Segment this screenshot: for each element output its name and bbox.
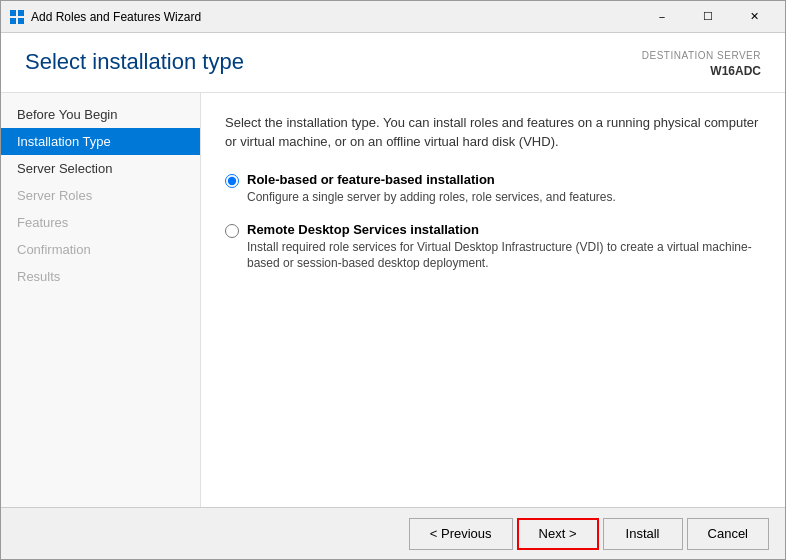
minimize-button[interactable]: − <box>639 1 685 33</box>
wizard-window: Add Roles and Features Wizard − ☐ ✕ Sele… <box>0 0 786 560</box>
destination-label: DESTINATION SERVER <box>642 49 761 63</box>
installation-type-options: Role-based or feature-based installation… <box>225 172 761 272</box>
titlebar: Add Roles and Features Wizard − ☐ ✕ <box>1 1 785 33</box>
option-role-based-text: Role-based or feature-based installation… <box>247 172 616 206</box>
svg-rect-1 <box>18 10 24 16</box>
main-content: Select the installation type. You can in… <box>201 93 785 507</box>
sidebar-item-server-roles: Server Roles <box>1 182 200 209</box>
svg-rect-0 <box>10 10 16 16</box>
maximize-button[interactable]: ☐ <box>685 1 731 33</box>
cancel-button[interactable]: Cancel <box>687 518 769 550</box>
sidebar: Before You Begin Installation Type Serve… <box>1 93 201 507</box>
close-button[interactable]: ✕ <box>731 1 777 33</box>
svg-rect-3 <box>18 18 24 24</box>
destination-name: W16ADC <box>642 63 761 80</box>
option-remote-desktop: Remote Desktop Services installation Ins… <box>225 222 761 273</box>
sidebar-item-server-selection[interactable]: Server Selection <box>1 155 200 182</box>
sidebar-item-results: Results <box>1 263 200 290</box>
sidebar-item-features: Features <box>1 209 200 236</box>
main-description: Select the installation type. You can in… <box>225 113 761 152</box>
destination-server-info: DESTINATION SERVER W16ADC <box>642 49 761 80</box>
option-role-based-radio[interactable] <box>225 174 239 188</box>
sidebar-item-installation-type[interactable]: Installation Type <box>1 128 200 155</box>
option-role-based-label[interactable]: Role-based or feature-based installation <box>247 172 495 187</box>
option-remote-desktop-text: Remote Desktop Services installation Ins… <box>247 222 761 273</box>
install-button[interactable]: Install <box>603 518 683 550</box>
previous-button[interactable]: < Previous <box>409 518 513 550</box>
option-remote-desktop-label[interactable]: Remote Desktop Services installation <box>247 222 479 237</box>
window-title: Add Roles and Features Wizard <box>31 10 639 24</box>
app-icon <box>9 9 25 25</box>
option-role-based: Role-based or feature-based installation… <box>225 172 761 206</box>
option-remote-desktop-desc: Install required role services for Virtu… <box>247 239 761 273</box>
next-button[interactable]: Next > <box>517 518 599 550</box>
option-role-based-desc: Configure a single server by adding role… <box>247 189 616 206</box>
content-area: Before You Begin Installation Type Serve… <box>1 93 785 507</box>
page-header: Select installation type DESTINATION SER… <box>1 33 785 93</box>
footer: < Previous Next > Install Cancel <box>1 507 785 559</box>
window-controls: − ☐ ✕ <box>639 1 777 33</box>
sidebar-item-confirmation: Confirmation <box>1 236 200 263</box>
svg-rect-2 <box>10 18 16 24</box>
page-title: Select installation type <box>25 49 244 75</box>
option-remote-desktop-radio[interactable] <box>225 224 239 238</box>
sidebar-item-before-you-begin[interactable]: Before You Begin <box>1 101 200 128</box>
